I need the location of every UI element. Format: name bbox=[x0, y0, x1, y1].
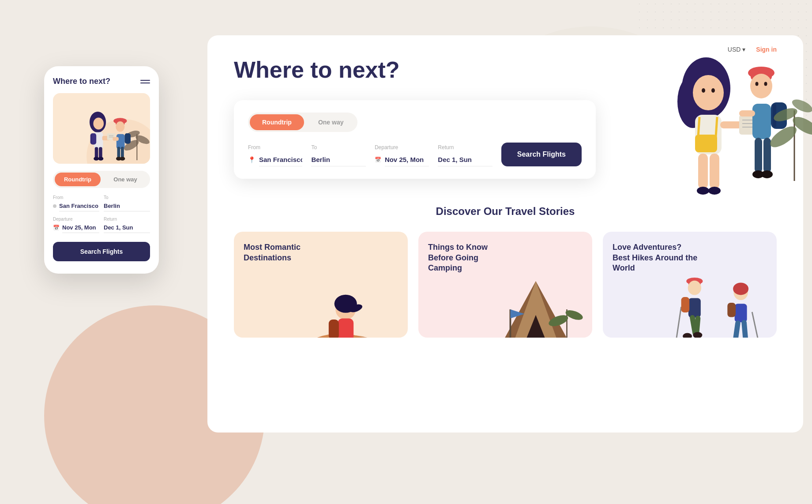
phone-return-input[interactable] bbox=[104, 222, 150, 233]
story-card-camping[interactable]: Things to Know Before Going Camping bbox=[418, 232, 592, 338]
svg-point-80 bbox=[697, 187, 709, 195]
svg-rect-93 bbox=[739, 110, 755, 117]
phone-departure-input[interactable] bbox=[62, 222, 99, 233]
desktop-from-label: From bbox=[248, 144, 302, 150]
svg-rect-63 bbox=[733, 320, 741, 338]
desktop-return-input[interactable] bbox=[438, 153, 492, 166]
desktop-to-field: To bbox=[311, 144, 365, 166]
phone-title: Where to next? bbox=[53, 77, 110, 86]
svg-rect-53 bbox=[688, 298, 701, 318]
svg-rect-68 bbox=[727, 303, 736, 317]
phone-departure-label: Departure bbox=[53, 217, 99, 222]
svg-point-25 bbox=[120, 157, 125, 160]
phone-return-field: Return bbox=[104, 217, 150, 233]
svg-rect-79 bbox=[710, 154, 719, 189]
svg-rect-23 bbox=[121, 147, 124, 158]
desktop-pin-icon: 📍 bbox=[248, 156, 256, 163]
svg-rect-62 bbox=[735, 304, 747, 322]
svg-point-10 bbox=[94, 157, 99, 160]
phone-hero-illustration bbox=[53, 93, 150, 164]
desktop-from-field: From 📍 bbox=[248, 144, 302, 166]
desktop-to-input[interactable] bbox=[311, 153, 365, 166]
svg-rect-27 bbox=[113, 137, 119, 140]
desktop-search-fields: From 📍 To Departure 📅 Return bbox=[248, 143, 582, 166]
svg-point-61 bbox=[733, 283, 748, 295]
phone-return-label: Return bbox=[104, 217, 150, 222]
desktop-departure-label: Departure bbox=[375, 144, 429, 150]
phone-location-dot bbox=[53, 204, 56, 208]
phone-search-button[interactable]: Search Flights bbox=[53, 242, 150, 261]
svg-line-67 bbox=[752, 312, 759, 338]
svg-point-71 bbox=[693, 75, 724, 110]
svg-rect-78 bbox=[698, 154, 708, 189]
svg-point-89 bbox=[750, 74, 772, 98]
phone-mockup: Where to next? bbox=[44, 66, 159, 274]
desktop-return-label: Return bbox=[438, 144, 492, 150]
phone-cal-icon-departure: 📅 bbox=[53, 225, 60, 231]
svg-rect-33 bbox=[338, 319, 353, 338]
phone-from-to-row: From To bbox=[53, 195, 150, 211]
svg-rect-16 bbox=[90, 133, 97, 144]
hamburger-icon[interactable] bbox=[140, 80, 150, 83]
phone-illustration-svg bbox=[53, 104, 150, 164]
svg-rect-21 bbox=[117, 134, 125, 149]
desktop-to-label: To bbox=[311, 144, 365, 150]
svg-point-20 bbox=[116, 121, 124, 132]
desktop-departure-input[interactable] bbox=[385, 153, 429, 166]
desktop-cal-icon-dep: 📅 bbox=[375, 157, 381, 163]
phone-flight-toggle: Roundtrip One way bbox=[53, 171, 150, 188]
svg-rect-96 bbox=[755, 138, 762, 173]
svg-rect-22 bbox=[117, 147, 120, 158]
story-card-romantic[interactable]: Most Romantic Destinations bbox=[234, 232, 408, 338]
desktop-departure-field: Departure 📅 bbox=[375, 144, 429, 166]
stories-heading: Discover Our Travel Stories bbox=[234, 205, 777, 218]
svg-rect-97 bbox=[763, 138, 771, 173]
svg-rect-8 bbox=[95, 147, 98, 158]
svg-rect-26 bbox=[124, 133, 131, 144]
story-illustration-hiking bbox=[664, 253, 777, 338]
desktop-return-field: Return bbox=[438, 144, 492, 166]
desktop-oneway-btn[interactable]: One way bbox=[306, 114, 356, 130]
stories-grid: Most Romantic Destinations bbox=[234, 232, 777, 338]
svg-point-6 bbox=[93, 117, 104, 129]
svg-point-73 bbox=[711, 88, 715, 93]
desktop-flight-toggle: Roundtrip One way bbox=[248, 113, 357, 132]
svg-point-56 bbox=[683, 333, 692, 338]
svg-point-91 bbox=[764, 82, 767, 86]
stories-section: Discover Our Travel Stories Most Romanti… bbox=[234, 205, 777, 338]
story-illustration-romantic bbox=[295, 253, 408, 338]
svg-point-11 bbox=[98, 157, 103, 160]
svg-rect-59 bbox=[681, 297, 689, 312]
phone-from-label: From bbox=[53, 195, 99, 200]
svg-point-99 bbox=[761, 170, 773, 178]
desktop-roundtrip-btn[interactable]: Roundtrip bbox=[250, 114, 304, 130]
desktop-from-input[interactable] bbox=[259, 153, 302, 166]
phone-departure-field: Departure 📅 bbox=[53, 217, 99, 233]
svg-rect-92 bbox=[752, 104, 771, 139]
svg-rect-82 bbox=[720, 121, 742, 128]
phone-to-field: To bbox=[104, 195, 150, 211]
svg-rect-9 bbox=[99, 147, 102, 158]
svg-point-52 bbox=[688, 281, 701, 295]
svg-point-72 bbox=[702, 88, 705, 93]
phone-to-input[interactable] bbox=[104, 201, 150, 211]
svg-rect-37 bbox=[329, 320, 339, 338]
svg-rect-77 bbox=[695, 135, 717, 152]
svg-line-58 bbox=[677, 307, 681, 338]
desktop-search-button[interactable]: Search Flights bbox=[501, 143, 582, 166]
phone-to-label: To bbox=[104, 195, 150, 200]
phone-oneway-btn[interactable]: One way bbox=[102, 173, 148, 186]
phone-from-input[interactable] bbox=[59, 201, 99, 211]
phone-from-field: From bbox=[53, 195, 99, 211]
phone-roundtrip-btn[interactable]: Roundtrip bbox=[55, 173, 101, 186]
desktop-search-card: Roundtrip One way From 📍 To Departure 📅 bbox=[234, 100, 596, 179]
svg-point-81 bbox=[708, 187, 721, 195]
phone-dates-row: Departure 📅 Return bbox=[53, 217, 150, 233]
svg-point-90 bbox=[756, 82, 759, 86]
svg-rect-64 bbox=[741, 320, 748, 338]
story-card-hiking[interactable]: Love Adventures? Best Hikes Around the W… bbox=[603, 232, 777, 338]
desktop-travelers-illustration bbox=[662, 35, 812, 205]
story-illustration-camping: → bbox=[479, 253, 592, 338]
